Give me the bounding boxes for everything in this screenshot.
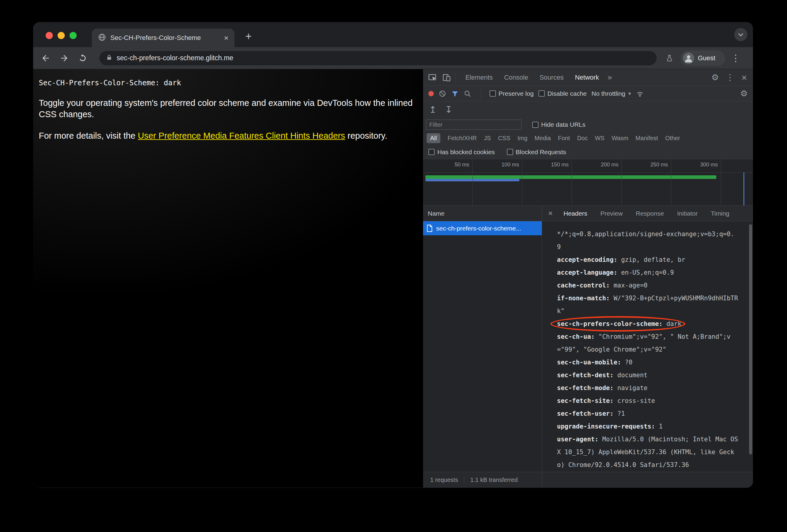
header-value: gzip, deflate, br (617, 256, 685, 263)
devtools-menu-kebab-icon[interactable]: ⋮ (726, 73, 734, 82)
network-overview[interactable]: 50 ms100 ms150 ms200 ms250 ms300 ms (423, 159, 753, 206)
header-value: "Chromium";v="92", " Not A;Brand";v (595, 333, 730, 340)
name-column-header[interactable]: Name (423, 206, 542, 221)
close-detail-icon[interactable]: × (544, 209, 557, 218)
blocked-requests-checkbox[interactable] (507, 149, 513, 155)
detail-tab-preview[interactable]: Preview (594, 210, 629, 217)
blocked-requests-label: Blocked Requests (516, 149, 566, 156)
forward-button[interactable] (59, 53, 69, 63)
filter-pill-manifest[interactable]: Manifest (635, 135, 658, 142)
has-blocked-cookies-toggle[interactable]: Has blocked cookies (428, 149, 495, 156)
header-value: ?1 (614, 410, 625, 417)
labs-beaker-icon[interactable] (665, 54, 673, 62)
favicon-globe-icon (98, 33, 106, 43)
panel-tab-network[interactable]: Network (569, 69, 605, 86)
export-har-icon[interactable]: ↧ (445, 105, 452, 114)
request-detail-pane: × HeadersPreviewResponseInitiatorTiming … (542, 206, 753, 472)
request-row[interactable]: sec-ch-prefers-color-scheme... (423, 221, 542, 235)
browser-menu-kebab-icon[interactable]: ⋮ (731, 53, 740, 63)
filter-pill-fetch-xhr[interactable]: Fetch/XHR (447, 135, 477, 142)
record-button[interactable] (428, 91, 434, 96)
filter-input[interactable] (426, 119, 522, 130)
detail-tab-response[interactable]: Response (629, 210, 671, 217)
timeline-tick-label: 150 ms (527, 162, 569, 168)
devtools-panel: ElementsConsoleSourcesNetwork » ⚙ ⋮ × (423, 69, 753, 488)
header-value: 1 (655, 423, 663, 430)
tab-close-icon[interactable]: × (224, 34, 229, 42)
more-panels-chevron-icon[interactable]: » (605, 73, 615, 82)
detail-tab-headers[interactable]: Headers (557, 210, 594, 217)
search-icon[interactable] (464, 90, 471, 97)
filter-pill-css[interactable]: CSS (498, 135, 510, 142)
timeline-gridline (522, 159, 523, 205)
new-tab-button[interactable]: + (241, 29, 256, 44)
filter-pill-img[interactable]: Img (517, 135, 528, 142)
device-toolbar-icon[interactable] (442, 73, 451, 82)
inspect-element-icon[interactable] (428, 73, 437, 82)
window-close-button[interactable] (46, 32, 53, 39)
hide-data-urls-toggle[interactable]: Hide data URLs (532, 121, 585, 128)
network-conditions-icon[interactable] (636, 89, 644, 98)
scrollbar-thumb[interactable] (749, 224, 752, 455)
disable-cache-toggle[interactable]: Disable cache (538, 90, 587, 97)
page-header-value: Sec-CH-Prefers-Color-Scheme: dark (39, 79, 416, 87)
profile-button[interactable]: Guest (680, 50, 725, 66)
client-hints-repo-link[interactable]: User Preference Media Features Client Hi… (138, 131, 345, 140)
header-line: sec-fetch-user: ?1 (557, 407, 741, 420)
header-name: accept-language: (557, 269, 617, 276)
filter-pill-other[interactable]: Other (665, 135, 680, 142)
reload-button[interactable] (78, 53, 87, 63)
has-blocked-cookies-checkbox[interactable] (428, 149, 435, 155)
tab-search-button[interactable] (734, 28, 747, 41)
load-event-marker (743, 172, 744, 205)
network-settings-gear-icon[interactable]: ⚙ (740, 89, 748, 98)
url-bar[interactable]: sec-ch-prefers-color-scheme.glitch.me (99, 51, 657, 65)
page-paragraph-2: For more details, visit the User Prefere… (39, 130, 413, 141)
header-line: sec-ch-ua: "Chromium";v="92", " Not A;Br… (557, 330, 741, 343)
disable-cache-checkbox[interactable] (538, 90, 545, 96)
clear-icon[interactable] (439, 90, 446, 97)
filter-pill-ws[interactable]: WS (595, 135, 604, 142)
preserve-log-checkbox[interactable] (490, 90, 496, 96)
preserve-log-toggle[interactable]: Preserve log (490, 90, 534, 97)
import-har-icon[interactable]: ↥ (429, 105, 437, 114)
back-button[interactable] (41, 53, 50, 63)
header-line: k" (557, 305, 741, 317)
header-name: sec-fetch-dest: (557, 372, 614, 379)
header-name: sec-fetch-site: (557, 397, 614, 404)
filter-pill-font[interactable]: Font (558, 135, 570, 142)
filter-pill-doc[interactable]: Doc (577, 135, 588, 142)
filter-funnel-icon[interactable] (451, 90, 459, 97)
request-headers-list: */*;q=0.8,application/signed-exchange;v=… (557, 228, 741, 471)
filter-pill-all[interactable]: All (427, 133, 440, 143)
filter-pill-media[interactable]: Media (535, 135, 551, 142)
browser-tab[interactable]: Sec-CH-Prefers-Color-Scheme × (92, 29, 234, 47)
panel-tab-elements[interactable]: Elements (460, 69, 498, 86)
detail-tab-initiator[interactable]: Initiator (671, 210, 704, 217)
paragraph-text: For more details, visit the (39, 131, 138, 140)
timeline-tick-label: 300 ms (676, 162, 718, 168)
header-line: o) Chrome/92.0.4514.0 Safari/537.36 (557, 459, 741, 471)
hide-data-urls-label: Hide data URLs (541, 121, 585, 128)
filter-pill-wasm[interactable]: Wasm (612, 135, 628, 142)
header-value: o) Chrome/92.0.4514.0 Safari/537.36 (557, 461, 689, 468)
header-value: max-age=0 (610, 282, 647, 289)
detail-tab-timing[interactable]: Timing (704, 210, 736, 217)
headers-pane: */*;q=0.8,application/signed-exchange;v=… (542, 221, 753, 472)
window-zoom-button[interactable] (69, 32, 77, 39)
devtools-settings-gear-icon[interactable]: ⚙ (711, 73, 719, 82)
timeline-gridline (621, 159, 622, 205)
header-value: en-US,en;q=0.9 (617, 269, 674, 276)
window-minimize-button[interactable] (58, 32, 65, 39)
blocked-requests-toggle[interactable]: Blocked Requests (507, 149, 566, 156)
panel-tab-sources[interactable]: Sources (534, 69, 569, 86)
panel-tab-console[interactable]: Console (498, 69, 534, 86)
header-line: ="99", "Google Chrome";v="92" (557, 343, 741, 356)
hide-data-urls-checkbox[interactable] (532, 122, 538, 128)
throttling-dropdown[interactable]: No throttling ▾ (592, 90, 631, 97)
header-name: upgrade-insecure-requests: (557, 423, 655, 430)
request-list-body: sec-ch-prefers-color-scheme... (423, 221, 542, 235)
devtools-close-icon[interactable]: × (741, 73, 747, 82)
filter-pill-js[interactable]: JS (484, 135, 491, 142)
lock-icon (106, 54, 112, 63)
